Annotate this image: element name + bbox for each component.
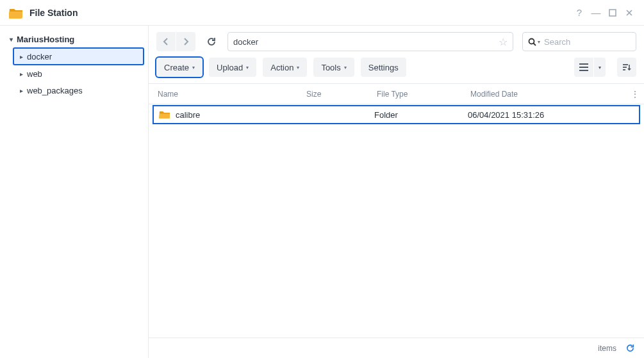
tree-item-docker[interactable]: ▸ docker [13, 47, 144, 65]
sort-button[interactable] [617, 58, 636, 77]
nav-back-button[interactable] [156, 32, 176, 51]
close-button[interactable] [621, 4, 638, 21]
action-button[interactable]: Action▾ [263, 58, 307, 77]
favorite-star-icon[interactable]: ☆ [499, 36, 508, 48]
caret-down-icon: ▾ [246, 65, 249, 70]
caret-down-icon: ▾ [192, 65, 195, 70]
app-title: File Station [29, 8, 78, 18]
settings-label: Settings [368, 63, 399, 72]
chevron-right-icon: ▸ [17, 53, 26, 60]
sidebar: ▾ MariusHosting ▸ docker ▸ web ▸ web_pac… [0, 26, 149, 358]
minimize-button[interactable]: — [588, 4, 604, 21]
reload-button[interactable] [202, 32, 221, 51]
col-date[interactable]: Modified Date [461, 90, 626, 99]
view-mode-dropdown[interactable]: ▾ [594, 58, 606, 77]
svg-rect-0 [609, 10, 616, 16]
view-mode-group: ▾ [574, 58, 606, 77]
caret-down-icon: ▾ [297, 65, 299, 70]
table-header: Name Size File Type Modified Date ⋮ [149, 84, 644, 104]
settings-button[interactable]: Settings [361, 58, 406, 77]
maximize-button[interactable] [604, 4, 621, 21]
col-type[interactable]: File Type [368, 90, 461, 99]
action-toolbar: Create▾ Upload▾ Action▾ Tools▾ Settings [149, 55, 644, 83]
tree-item-label: web_packages [27, 86, 83, 95]
nav-group [156, 32, 195, 51]
nav-forward-button[interactable] [176, 32, 195, 51]
chevron-right-icon: ▸ [17, 70, 26, 77]
upload-label: Upload [217, 63, 243, 72]
row-name: calibre [176, 110, 200, 120]
tree-root[interactable]: ▾ MariusHosting [3, 31, 144, 47]
action-label: Action [270, 63, 293, 72]
path-toolbar: ☆ ▾ [149, 26, 644, 55]
file-table: Name Size File Type Modified Date ⋮ cali… [149, 83, 644, 338]
tree-item-web-packages[interactable]: ▸ web_packages [13, 82, 144, 99]
items-label: items [598, 344, 616, 353]
tools-button[interactable]: Tools▾ [313, 58, 354, 77]
chevron-right-icon: ▸ [17, 87, 26, 94]
upload-button[interactable]: Upload▾ [209, 58, 256, 77]
tree-item-label: docker [27, 52, 52, 61]
search-box[interactable]: ▾ [522, 32, 636, 51]
main-area: ▾ MariusHosting ▸ docker ▸ web ▸ web_pac… [0, 26, 644, 358]
view-list-button[interactable] [574, 58, 593, 77]
create-label: Create [164, 63, 189, 72]
svg-line-2 [534, 43, 536, 45]
app-folder-icon [9, 7, 23, 19]
search-dropdown-caret-icon[interactable]: ▾ [538, 39, 540, 45]
search-input[interactable] [544, 37, 644, 47]
row-date: 06/04/2021 15:31:26 [463, 110, 639, 120]
path-input[interactable] [233, 37, 499, 47]
create-button[interactable]: Create▾ [156, 58, 202, 77]
table-row[interactable]: calibre Folder 06/04/2021 15:31:26 [153, 105, 640, 124]
path-box[interactable]: ☆ [227, 32, 513, 51]
tree-item-label: web [27, 69, 42, 79]
caret-down-icon: ▾ [344, 65, 347, 70]
tree-item-web[interactable]: ▸ web [13, 65, 144, 82]
status-refresh-button[interactable] [625, 343, 635, 353]
svg-point-1 [529, 38, 534, 44]
titlebar: File Station ? — [0, 0, 644, 26]
status-bar: items [149, 338, 644, 358]
col-size[interactable]: Size [297, 90, 368, 99]
folder-icon [159, 110, 170, 119]
row-type: Folder [369, 110, 463, 120]
search-icon [528, 38, 536, 46]
content-pane: ☆ ▾ Create▾ Upload▾ Action▾ Tools▾ [149, 26, 644, 358]
columns-more-button[interactable]: ⋮ [626, 90, 644, 99]
tools-label: Tools [321, 63, 340, 72]
col-name[interactable]: Name [149, 90, 297, 99]
tree-root-label: MariusHosting [17, 35, 74, 44]
chevron-down-icon: ▾ [6, 36, 15, 43]
help-button[interactable]: ? [571, 4, 588, 21]
